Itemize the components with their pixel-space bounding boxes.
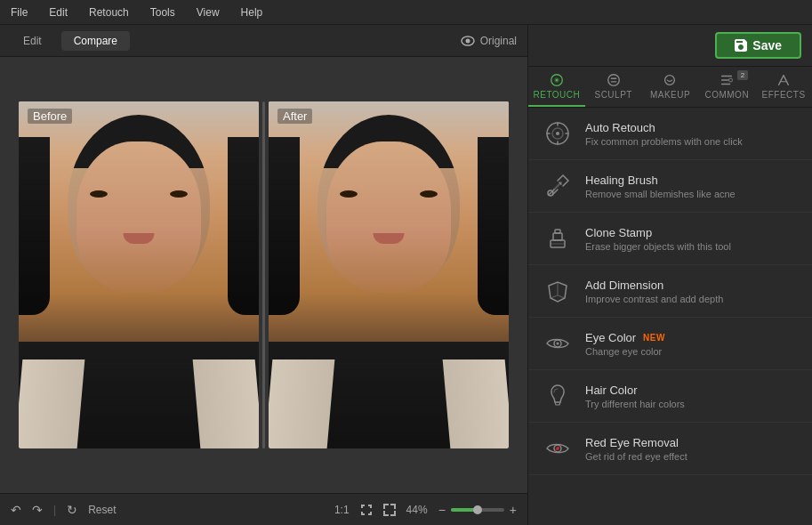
zoom-dot: [473, 505, 482, 514]
after-photo: [269, 101, 509, 448]
svg-point-14: [557, 343, 559, 345]
fit-icon[interactable]: [360, 504, 373, 516]
add-dimension-name: Add Dimension: [585, 279, 800, 292]
healing-brush-icon-wrap: [541, 169, 575, 203]
eye-color-new-badge: NEW: [643, 333, 665, 343]
hair-color-text: Hair Color Try different hair colors: [585, 384, 800, 409]
menu-help[interactable]: Help: [237, 4, 267, 20]
auto-retouch-name: Auto Retouch: [585, 121, 800, 134]
add-dimension-desc: Improve contrast and add depth: [585, 294, 800, 304]
edit-tab[interactable]: Edit: [11, 31, 54, 51]
tool-add-dimension[interactable]: Add Dimension Improve contrast and add d…: [528, 265, 812, 318]
after-panel: After: [269, 101, 509, 448]
add-dimension-text: Add Dimension Improve contrast and add d…: [585, 279, 800, 304]
before-photo: [19, 101, 259, 448]
svg-point-1: [465, 38, 470, 43]
tab-effects[interactable]: EFFECTS: [755, 67, 812, 107]
toolbar: Edit Compare Original: [0, 25, 527, 57]
after-label: After: [277, 109, 312, 124]
tab-sculpt-label: SCULPT: [594, 90, 631, 100]
menu-file[interactable]: File: [7, 4, 31, 20]
auto-retouch-icon: [543, 119, 572, 148]
zoom-slider[interactable]: [451, 508, 504, 512]
add-dimension-icon-wrap: [541, 274, 575, 308]
menu-edit[interactable]: Edit: [45, 4, 71, 20]
svg-rect-11: [553, 233, 562, 240]
svg-rect-12: [555, 230, 560, 233]
menu-view[interactable]: View: [193, 4, 223, 20]
tool-red-eye[interactable]: Red Eye Removal Get rid of red eye effec…: [528, 423, 812, 475]
tab-retouch[interactable]: RETOUCH: [528, 67, 585, 107]
common-icon: [719, 72, 735, 88]
reset-icon[interactable]: ↻: [67, 503, 77, 517]
tab-sculpt[interactable]: SCULPT: [585, 67, 642, 107]
clone-stamp-name: Clone Stamp: [585, 226, 800, 239]
save-label: Save: [752, 38, 782, 52]
eye-color-icon-wrap: [541, 327, 575, 360]
compare-tab[interactable]: Compare: [61, 31, 130, 51]
tab-common[interactable]: COMMON 2: [698, 67, 755, 107]
red-eye-icon-wrap: [541, 432, 575, 465]
red-eye-text: Red Eye Removal Get rid of red eye effec…: [585, 436, 800, 462]
red-eye-icon: [543, 434, 572, 463]
tab-effects-label: EFFECTS: [762, 90, 806, 100]
redo-icon[interactable]: ↷: [32, 503, 43, 517]
reset-label[interactable]: Reset: [88, 504, 116, 516]
left-panel: Edit Compare Original: [0, 25, 527, 525]
eye-color-desc: Change eye color: [585, 346, 800, 357]
hair-color-icon-wrap: [541, 379, 575, 413]
save-button[interactable]: Save: [715, 32, 801, 59]
auto-retouch-icon-wrap: [541, 117, 575, 150]
main-layout: Edit Compare Original: [0, 25, 812, 525]
svg-point-4: [607, 75, 619, 86]
menu-bar: File Edit Retouch Tools View Help: [0, 0, 812, 25]
before-panel: Before: [19, 101, 259, 448]
original-toggle[interactable]: Original: [461, 35, 517, 47]
tab-common-label: COMMON: [704, 90, 749, 100]
before-after-container: Before: [19, 57, 509, 493]
eye-color-name: Eye Color: [585, 331, 636, 344]
before-label: Before: [28, 109, 72, 124]
tab-retouch-label: RETOUCH: [534, 90, 581, 100]
right-top-bar: Save: [528, 25, 812, 67]
tab-makeup-label: MAKEUP: [650, 90, 690, 100]
eye-color-icon: [543, 329, 572, 358]
svg-rect-5: [729, 78, 733, 82]
auto-retouch-desc: Fix common problems with one click: [585, 136, 800, 147]
tool-list: Auto Retouch Fix common problems with on…: [528, 108, 812, 525]
tool-auto-retouch[interactable]: Auto Retouch Fix common problems with on…: [528, 108, 812, 160]
tool-eye-color[interactable]: Eye Color NEW Change eye color: [528, 318, 812, 370]
original-label: Original: [480, 35, 517, 47]
image-divider: [262, 101, 265, 448]
zoom-plus-btn[interactable]: +: [510, 503, 517, 517]
tool-clone-stamp[interactable]: Clone Stamp Erase bigger objects with th…: [528, 213, 812, 265]
red-eye-name: Red Eye Removal: [585, 436, 800, 449]
makeup-icon: [662, 72, 678, 88]
zoom-controls: − +: [438, 503, 517, 517]
zoom-minus-btn[interactable]: −: [438, 503, 446, 517]
eye-icon: [461, 36, 475, 46]
fullscreen-icon[interactable]: [383, 504, 396, 516]
menu-tools[interactable]: Tools: [147, 4, 179, 20]
zoom-label: 44%: [406, 504, 428, 516]
tool-hair-color[interactable]: Hair Color Try different hair colors: [528, 370, 812, 423]
tool-healing-brush[interactable]: Healing Brush Remove small blemishes lik…: [528, 160, 812, 213]
hair-color-name: Hair Color: [585, 384, 800, 397]
effects-icon: [776, 72, 792, 88]
hair-color-desc: Try different hair colors: [585, 399, 800, 409]
menu-retouch[interactable]: Retouch: [85, 4, 133, 20]
clone-stamp-text: Clone Stamp Erase bigger objects with th…: [585, 226, 800, 252]
red-eye-desc: Get rid of red eye effect: [585, 451, 800, 462]
tab-makeup[interactable]: MAKEUP: [642, 67, 699, 107]
eye-color-text: Eye Color NEW Change eye color: [585, 331, 800, 357]
hair-color-icon: [543, 382, 572, 410]
healing-brush-icon: [543, 172, 572, 200]
clone-stamp-icon-wrap: [541, 222, 575, 255]
healing-brush-name: Healing Brush: [585, 174, 800, 187]
svg-point-3: [556, 79, 559, 82]
healing-brush-text: Healing Brush Remove small blemishes lik…: [585, 174, 800, 199]
undo-icon[interactable]: ↶: [11, 503, 21, 517]
clone-stamp-desc: Erase bigger objects with this tool: [585, 241, 800, 252]
clone-stamp-icon: [543, 224, 572, 253]
retouch-icon: [549, 72, 565, 88]
